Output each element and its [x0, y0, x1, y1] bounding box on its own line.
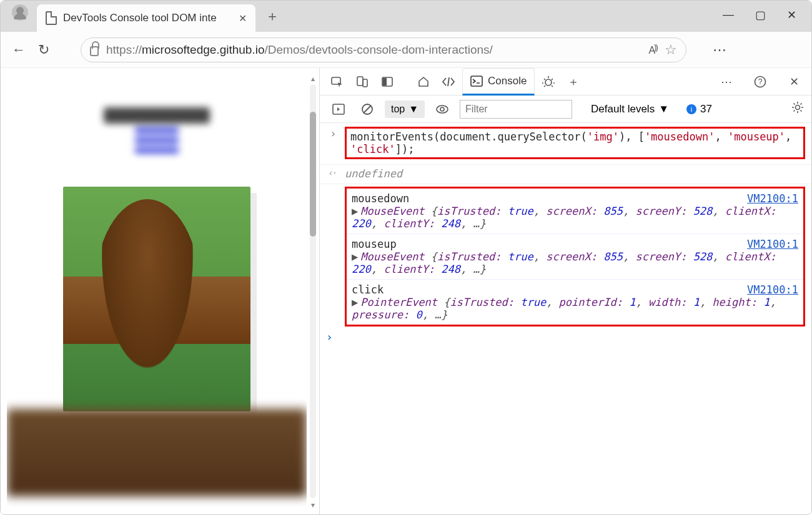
url-text: https://microsoftedge.github.io/Demos/de… [106, 43, 641, 57]
svg-point-13 [440, 107, 444, 111]
window-controls: ― ▢ ✕ [708, 1, 811, 29]
favorite-icon[interactable]: ☆ [665, 42, 677, 58]
highlighted-command: monitorEvents(document.querySelector('im… [345, 127, 805, 159]
svg-rect-2 [363, 79, 367, 87]
minimize-button[interactable]: ― [723, 8, 734, 22]
vertical-scrollbar[interactable]: ▴ ▾ [308, 74, 318, 508]
profile-avatar[interactable] [12, 4, 28, 21]
read-aloud-icon[interactable]: A)) [648, 42, 657, 56]
lock-icon [90, 46, 99, 56]
welcome-tab-icon[interactable] [412, 76, 435, 88]
scroll-down-arrow[interactable]: ▾ [309, 501, 317, 508]
log-event-name: mouseup [352, 238, 397, 250]
console-tab[interactable]: Console [462, 68, 535, 96]
close-window-button[interactable]: ✕ [787, 8, 796, 22]
console-output: monitorEvents(document.querySelector('im… [320, 123, 811, 514]
svg-point-14 [796, 105, 800, 110]
expand-icon[interactable]: ▶ [352, 296, 358, 308]
page-image[interactable] [63, 187, 250, 411]
svg-rect-1 [357, 77, 363, 86]
inspect-element-icon[interactable] [326, 76, 349, 88]
console-command-row[interactable]: monitorEvents(document.querySelector('im… [320, 123, 811, 164]
levels-label: Default levels [591, 103, 655, 115]
console-log-entry[interactable]: mouseupVM2100:1▶MouseEvent {isTrusted: t… [347, 233, 803, 279]
back-button[interactable]: ← [12, 42, 26, 58]
browser-toolbar: ← ↻ https://microsoftedge.github.io/Demo… [1, 32, 811, 68]
browser-tab[interactable]: DevTools Console tool DOM inte ✕ [37, 4, 255, 32]
chevron-down-icon: ▼ [408, 104, 418, 115]
close-tab-icon[interactable]: ✕ [236, 11, 249, 26]
chevron-down-icon: ▼ [658, 103, 669, 115]
help-icon[interactable]: ? [749, 76, 771, 88]
svg-text:?: ? [758, 77, 763, 86]
console-settings-icon[interactable] [791, 101, 804, 117]
issues-tab-icon[interactable] [537, 76, 560, 88]
log-event-name: click [352, 283, 384, 296]
log-event-object[interactable]: ▶PointerEvent {isTrusted: true, pointerI… [352, 296, 798, 321]
maximize-button[interactable]: ▢ [755, 8, 766, 22]
svg-line-11 [364, 105, 371, 113]
scrollbar-thumb[interactable] [310, 112, 316, 237]
new-tab-button[interactable]: ＋ [255, 7, 289, 26]
issues-dot-icon: i [686, 104, 696, 114]
svg-point-12 [437, 105, 448, 113]
log-event-object[interactable]: ▶MouseEvent {isTrusted: true, screenX: 8… [352, 250, 798, 275]
log-event-name: mousedown [352, 192, 409, 205]
blurred-content [7, 409, 307, 496]
log-source-link[interactable]: VM2100:1 [747, 238, 798, 250]
log-levels-selector[interactable]: Default levels ▼ [591, 103, 669, 115]
dock-side-icon[interactable] [376, 76, 399, 88]
issues-count: 37 [700, 103, 712, 115]
svg-point-6 [545, 79, 552, 86]
console-log-entry[interactable]: mousedownVM2100:1▶MouseEvent {isTrusted:… [347, 189, 803, 233]
more-menu-button[interactable]: ⋯ [713, 42, 726, 58]
blurred-heading [7, 74, 307, 187]
highlighted-log-block: mousedownVM2100:1▶MouseEvent {isTrusted:… [345, 187, 805, 326]
issues-badge[interactable]: i 37 [686, 103, 712, 115]
scroll-up-arrow[interactable]: ▴ [309, 74, 317, 82]
log-event-object[interactable]: ▶MouseEvent {isTrusted: true, screenX: 8… [352, 205, 798, 230]
clear-console-icon[interactable] [356, 103, 379, 115]
devtools-tabstrip: Console ＋ ⋯ ? ✕ [320, 68, 811, 96]
more-tabs-button[interactable]: ＋ [562, 74, 585, 89]
devtools-panel: Console ＋ ⋯ ? ✕ [319, 68, 811, 514]
toggle-sidebar-icon[interactable] [327, 104, 350, 115]
address-bar[interactable]: https://microsoftedge.github.io/Demos/de… [81, 37, 686, 62]
console-return-row: undefined [320, 164, 811, 184]
context-label: top [391, 104, 405, 115]
expand-icon[interactable]: ▶ [352, 205, 358, 217]
browser-titlebar: DevTools Console tool DOM inte ✕ ＋ ― ▢ ✕ [1, 1, 811, 32]
elements-tab-icon[interactable] [437, 76, 460, 88]
expand-icon[interactable]: ▶ [352, 250, 358, 263]
console-tab-label: Console [488, 75, 527, 87]
console-toolbar: top ▼ Default levels ▼ i 37 [320, 96, 811, 123]
devtools-more-icon[interactable]: ⋯ [715, 75, 738, 89]
refresh-button[interactable]: ↻ [38, 42, 49, 58]
filter-input[interactable] [460, 100, 572, 119]
document-icon [46, 11, 57, 25]
live-expression-icon[interactable] [431, 104, 453, 114]
svg-rect-4 [383, 78, 387, 86]
close-devtools-icon[interactable]: ✕ [783, 75, 805, 89]
device-toolbar-icon[interactable] [351, 76, 374, 88]
svg-rect-5 [471, 76, 482, 86]
log-source-link[interactable]: VM2100:1 [747, 283, 798, 296]
tab-title: DevTools Console tool DOM inte [63, 12, 230, 24]
log-source-link[interactable]: VM2100:1 [747, 192, 798, 205]
context-selector[interactable]: top ▼ [385, 101, 425, 118]
page-viewport[interactable]: ▴ ▾ [1, 68, 319, 514]
console-prompt[interactable]: › [320, 326, 811, 347]
console-log-entry[interactable]: clickVM2100:1▶PointerEvent {isTrusted: t… [347, 279, 803, 325]
return-value: undefined [345, 167, 402, 180]
